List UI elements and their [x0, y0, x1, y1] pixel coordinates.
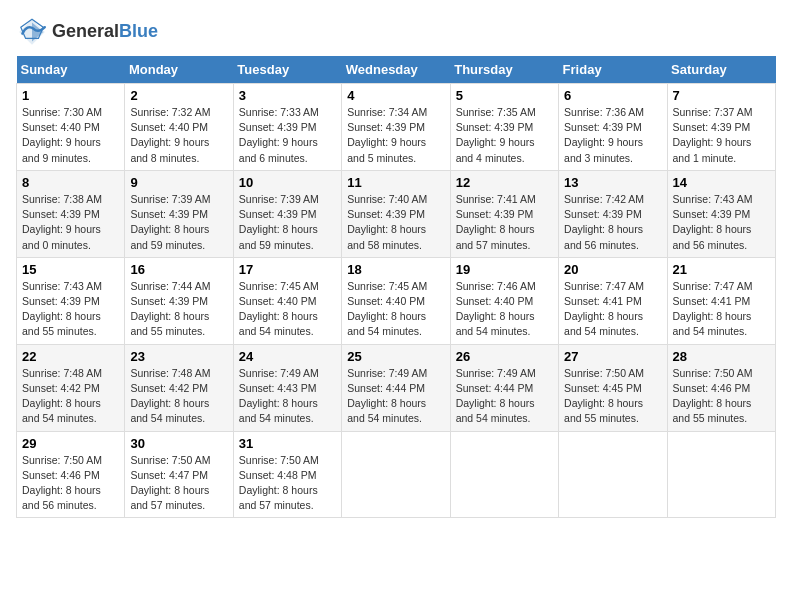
day-number: 6	[564, 88, 661, 103]
day-number: 30	[130, 436, 227, 451]
calendar-cell	[559, 431, 667, 518]
calendar-cell: 12 Sunrise: 7:41 AM Sunset: 4:39 PM Dayl…	[450, 170, 558, 257]
calendar-cell	[667, 431, 775, 518]
day-info: Sunrise: 7:49 AM Sunset: 4:44 PM Dayligh…	[456, 366, 553, 427]
calendar-cell: 24 Sunrise: 7:49 AM Sunset: 4:43 PM Dayl…	[233, 344, 341, 431]
day-number: 18	[347, 262, 444, 277]
day-info: Sunrise: 7:48 AM Sunset: 4:42 PM Dayligh…	[22, 366, 119, 427]
calendar-cell: 17 Sunrise: 7:45 AM Sunset: 4:40 PM Dayl…	[233, 257, 341, 344]
weekday-header-tuesday: Tuesday	[233, 56, 341, 84]
calendar-cell: 6 Sunrise: 7:36 AM Sunset: 4:39 PM Dayli…	[559, 84, 667, 171]
weekday-header-friday: Friday	[559, 56, 667, 84]
calendar-cell: 28 Sunrise: 7:50 AM Sunset: 4:46 PM Dayl…	[667, 344, 775, 431]
calendar-cell: 25 Sunrise: 7:49 AM Sunset: 4:44 PM Dayl…	[342, 344, 450, 431]
calendar-cell: 3 Sunrise: 7:33 AM Sunset: 4:39 PM Dayli…	[233, 84, 341, 171]
day-info: Sunrise: 7:45 AM Sunset: 4:40 PM Dayligh…	[239, 279, 336, 340]
calendar-table: SundayMondayTuesdayWednesdayThursdayFrid…	[16, 56, 776, 518]
day-info: Sunrise: 7:38 AM Sunset: 4:39 PM Dayligh…	[22, 192, 119, 253]
calendar-cell: 31 Sunrise: 7:50 AM Sunset: 4:48 PM Dayl…	[233, 431, 341, 518]
calendar-cell: 4 Sunrise: 7:34 AM Sunset: 4:39 PM Dayli…	[342, 84, 450, 171]
day-number: 4	[347, 88, 444, 103]
day-info: Sunrise: 7:48 AM Sunset: 4:42 PM Dayligh…	[130, 366, 227, 427]
day-number: 22	[22, 349, 119, 364]
day-info: Sunrise: 7:44 AM Sunset: 4:39 PM Dayligh…	[130, 279, 227, 340]
weekday-header-saturday: Saturday	[667, 56, 775, 84]
day-number: 19	[456, 262, 553, 277]
calendar-cell: 29 Sunrise: 7:50 AM Sunset: 4:46 PM Dayl…	[17, 431, 125, 518]
day-number: 31	[239, 436, 336, 451]
day-number: 20	[564, 262, 661, 277]
day-info: Sunrise: 7:47 AM Sunset: 4:41 PM Dayligh…	[564, 279, 661, 340]
day-number: 11	[347, 175, 444, 190]
day-info: Sunrise: 7:50 AM Sunset: 4:47 PM Dayligh…	[130, 453, 227, 514]
calendar-cell	[450, 431, 558, 518]
day-info: Sunrise: 7:43 AM Sunset: 4:39 PM Dayligh…	[673, 192, 770, 253]
calendar-cell: 15 Sunrise: 7:43 AM Sunset: 4:39 PM Dayl…	[17, 257, 125, 344]
day-info: Sunrise: 7:50 AM Sunset: 4:45 PM Dayligh…	[564, 366, 661, 427]
calendar-cell: 8 Sunrise: 7:38 AM Sunset: 4:39 PM Dayli…	[17, 170, 125, 257]
calendar-cell: 20 Sunrise: 7:47 AM Sunset: 4:41 PM Dayl…	[559, 257, 667, 344]
weekday-header-sunday: Sunday	[17, 56, 125, 84]
day-number: 7	[673, 88, 770, 103]
calendar-cell: 18 Sunrise: 7:45 AM Sunset: 4:40 PM Dayl…	[342, 257, 450, 344]
day-number: 8	[22, 175, 119, 190]
day-number: 25	[347, 349, 444, 364]
calendar-cell: 2 Sunrise: 7:32 AM Sunset: 4:40 PM Dayli…	[125, 84, 233, 171]
day-info: Sunrise: 7:47 AM Sunset: 4:41 PM Dayligh…	[673, 279, 770, 340]
calendar-cell: 9 Sunrise: 7:39 AM Sunset: 4:39 PM Dayli…	[125, 170, 233, 257]
day-number: 28	[673, 349, 770, 364]
calendar-cell: 7 Sunrise: 7:37 AM Sunset: 4:39 PM Dayli…	[667, 84, 775, 171]
calendar-cell: 21 Sunrise: 7:47 AM Sunset: 4:41 PM Dayl…	[667, 257, 775, 344]
logo-icon	[16, 16, 48, 48]
day-number: 23	[130, 349, 227, 364]
calendar-cell: 5 Sunrise: 7:35 AM Sunset: 4:39 PM Dayli…	[450, 84, 558, 171]
day-info: Sunrise: 7:37 AM Sunset: 4:39 PM Dayligh…	[673, 105, 770, 166]
calendar-cell: 16 Sunrise: 7:44 AM Sunset: 4:39 PM Dayl…	[125, 257, 233, 344]
calendar-cell: 30 Sunrise: 7:50 AM Sunset: 4:47 PM Dayl…	[125, 431, 233, 518]
calendar-cell: 10 Sunrise: 7:39 AM Sunset: 4:39 PM Dayl…	[233, 170, 341, 257]
day-info: Sunrise: 7:50 AM Sunset: 4:46 PM Dayligh…	[673, 366, 770, 427]
day-info: Sunrise: 7:33 AM Sunset: 4:39 PM Dayligh…	[239, 105, 336, 166]
day-info: Sunrise: 7:43 AM Sunset: 4:39 PM Dayligh…	[22, 279, 119, 340]
day-info: Sunrise: 7:41 AM Sunset: 4:39 PM Dayligh…	[456, 192, 553, 253]
day-info: Sunrise: 7:39 AM Sunset: 4:39 PM Dayligh…	[239, 192, 336, 253]
day-number: 12	[456, 175, 553, 190]
day-number: 21	[673, 262, 770, 277]
day-number: 17	[239, 262, 336, 277]
calendar-cell: 19 Sunrise: 7:46 AM Sunset: 4:40 PM Dayl…	[450, 257, 558, 344]
day-number: 16	[130, 262, 227, 277]
day-number: 14	[673, 175, 770, 190]
day-info: Sunrise: 7:36 AM Sunset: 4:39 PM Dayligh…	[564, 105, 661, 166]
calendar-cell: 14 Sunrise: 7:43 AM Sunset: 4:39 PM Dayl…	[667, 170, 775, 257]
day-info: Sunrise: 7:39 AM Sunset: 4:39 PM Dayligh…	[130, 192, 227, 253]
day-info: Sunrise: 7:50 AM Sunset: 4:46 PM Dayligh…	[22, 453, 119, 514]
day-info: Sunrise: 7:34 AM Sunset: 4:39 PM Dayligh…	[347, 105, 444, 166]
day-number: 29	[22, 436, 119, 451]
day-number: 26	[456, 349, 553, 364]
header: GeneralBlue	[16, 16, 776, 48]
day-info: Sunrise: 7:49 AM Sunset: 4:44 PM Dayligh…	[347, 366, 444, 427]
day-number: 9	[130, 175, 227, 190]
calendar-cell: 11 Sunrise: 7:40 AM Sunset: 4:39 PM Dayl…	[342, 170, 450, 257]
calendar-cell: 13 Sunrise: 7:42 AM Sunset: 4:39 PM Dayl…	[559, 170, 667, 257]
day-info: Sunrise: 7:30 AM Sunset: 4:40 PM Dayligh…	[22, 105, 119, 166]
day-info: Sunrise: 7:50 AM Sunset: 4:48 PM Dayligh…	[239, 453, 336, 514]
calendar-cell	[342, 431, 450, 518]
day-number: 3	[239, 88, 336, 103]
calendar-cell: 23 Sunrise: 7:48 AM Sunset: 4:42 PM Dayl…	[125, 344, 233, 431]
day-info: Sunrise: 7:40 AM Sunset: 4:39 PM Dayligh…	[347, 192, 444, 253]
weekday-header-thursday: Thursday	[450, 56, 558, 84]
logo: GeneralBlue	[16, 16, 158, 48]
day-number: 2	[130, 88, 227, 103]
day-info: Sunrise: 7:35 AM Sunset: 4:39 PM Dayligh…	[456, 105, 553, 166]
calendar-cell: 27 Sunrise: 7:50 AM Sunset: 4:45 PM Dayl…	[559, 344, 667, 431]
calendar-cell: 1 Sunrise: 7:30 AM Sunset: 4:40 PM Dayli…	[17, 84, 125, 171]
day-number: 1	[22, 88, 119, 103]
weekday-header-wednesday: Wednesday	[342, 56, 450, 84]
day-info: Sunrise: 7:49 AM Sunset: 4:43 PM Dayligh…	[239, 366, 336, 427]
day-info: Sunrise: 7:45 AM Sunset: 4:40 PM Dayligh…	[347, 279, 444, 340]
day-number: 5	[456, 88, 553, 103]
day-number: 13	[564, 175, 661, 190]
day-number: 15	[22, 262, 119, 277]
day-info: Sunrise: 7:46 AM Sunset: 4:40 PM Dayligh…	[456, 279, 553, 340]
